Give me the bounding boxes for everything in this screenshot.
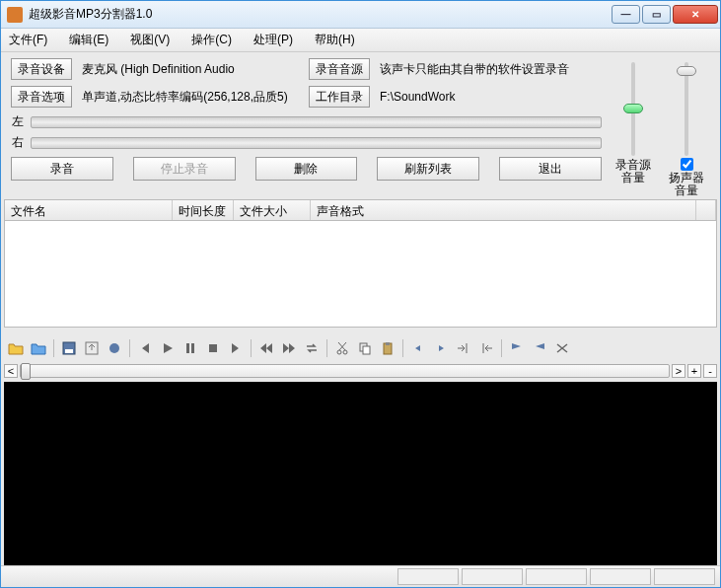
file-list-header: 文件名 时间长度 文件大小 声音格式 [4, 199, 717, 221]
status-cell-4 [590, 568, 651, 585]
menu-process[interactable]: 处理(P) [253, 32, 293, 48]
maximize-button[interactable]: ▭ [642, 5, 671, 24]
statusbar [1, 565, 720, 587]
stop-icon[interactable] [204, 339, 222, 357]
record-option-button[interactable]: 录音选项 [11, 86, 72, 108]
svg-rect-10 [363, 346, 370, 354]
menu-view[interactable]: 视图(V) [130, 32, 170, 48]
menu-edit[interactable]: 编辑(E) [69, 32, 108, 48]
status-cell-2 [462, 568, 523, 585]
speaker-volume-checkbox[interactable] [681, 158, 693, 171]
status-cell-1 [397, 568, 459, 585]
speaker-volume-slider[interactable]: 扬声器 音量 [665, 58, 708, 197]
video-preview [4, 382, 717, 565]
status-cell-3 [526, 568, 587, 585]
svg-rect-5 [191, 343, 194, 353]
svg-point-8 [343, 350, 347, 354]
flag-left-icon[interactable] [508, 339, 526, 357]
record-icon[interactable] [106, 339, 123, 357]
workdir-button[interactable]: 工作目录 [309, 86, 370, 108]
close-button[interactable]: ✕ [673, 5, 718, 24]
rewind-icon[interactable] [257, 339, 275, 357]
right-channel-label: 右 [11, 134, 25, 151]
next-icon[interactable] [227, 339, 245, 357]
copy-icon[interactable] [356, 339, 374, 357]
prev-icon[interactable] [136, 339, 154, 357]
record-volume-label: 录音源 音量 [615, 159, 651, 184]
col-duration[interactable]: 时间长度 [173, 200, 234, 220]
col-filesize[interactable]: 文件大小 [234, 200, 311, 220]
file-list[interactable] [4, 221, 717, 328]
seek-start-button[interactable]: < [4, 364, 18, 378]
delete-button[interactable]: 删除 [255, 157, 358, 181]
merge-right-icon[interactable] [477, 339, 495, 357]
record-source-button[interactable]: 录音音源 [309, 58, 370, 80]
col-format[interactable]: 声音格式 [311, 200, 696, 220]
repeat-icon[interactable] [303, 339, 321, 357]
content-area: 录音设备 麦克风 (High Definition Audio 录音音源 该声卡… [1, 52, 720, 587]
pause-icon[interactable] [181, 339, 199, 357]
titlebar: 超级影音MP3分割器1.0 — ▭ ✕ [1, 1, 720, 29]
app-icon [7, 7, 23, 23]
svg-point-3 [109, 343, 119, 353]
svg-rect-12 [386, 342, 390, 345]
menu-help[interactable]: 帮助(H) [315, 32, 355, 48]
forward-icon[interactable] [280, 339, 298, 357]
cut-icon[interactable] [333, 339, 351, 357]
flag-clear-icon[interactable] [553, 339, 571, 357]
minimize-button[interactable]: — [612, 5, 640, 24]
player-toolbar [4, 336, 717, 360]
play-icon[interactable] [159, 339, 177, 357]
folder-blue-icon[interactable] [30, 339, 47, 357]
record-device-value: 麦克风 (High Definition Audio [82, 61, 299, 78]
svg-rect-1 [65, 349, 73, 353]
open-icon[interactable] [7, 339, 25, 357]
window-title: 超级影音MP3分割器1.0 [29, 6, 612, 23]
speaker-volume-label: 扬声器 音量 [669, 172, 704, 197]
right-level-meter [31, 137, 602, 149]
marker-left-icon[interactable] [409, 339, 427, 357]
menu-action[interactable]: 操作(C) [191, 32, 232, 48]
workdir-value: F:\SoundWork [380, 90, 602, 104]
menu-file[interactable]: 文件(F) [9, 32, 47, 48]
flag-right-icon[interactable] [531, 339, 548, 357]
refresh-button[interactable]: 刷新列表 [377, 157, 479, 181]
seek-end-button[interactable]: > [672, 364, 685, 378]
left-level-meter [31, 116, 602, 128]
col-filename[interactable]: 文件名 [5, 200, 173, 220]
record-device-button[interactable]: 录音设备 [11, 58, 72, 80]
seek-bar[interactable] [20, 364, 670, 378]
record-option-value: 单声道,动态比特率编码(256,128,品质5) [82, 89, 299, 106]
zoom-out-button[interactable]: - [703, 364, 717, 378]
app-window: 超级影音MP3分割器1.0 — ▭ ✕ 文件(F) 编辑(E) 视图(V) 操作… [0, 0, 721, 588]
zoom-in-button[interactable]: + [687, 364, 701, 378]
col-spacer [696, 200, 716, 220]
exit-button[interactable]: 退出 [499, 157, 602, 181]
record-source-value: 该声卡只能由其自带的软件设置录音 [380, 61, 602, 78]
status-cell-5 [654, 568, 715, 585]
merge-left-icon[interactable] [455, 339, 472, 357]
svg-rect-6 [209, 344, 217, 352]
menubar: 文件(F) 编辑(E) 视图(V) 操作(C) 处理(P) 帮助(H) [1, 29, 720, 52]
paste-icon[interactable] [379, 339, 397, 357]
export-icon[interactable] [83, 339, 101, 357]
svg-rect-4 [186, 343, 189, 353]
stop-record-button[interactable]: 停止录音 [133, 157, 236, 181]
record-volume-slider[interactable]: 录音源 音量 [612, 58, 655, 184]
save-icon[interactable] [60, 339, 78, 357]
marker-right-icon[interactable] [432, 339, 450, 357]
record-button[interactable]: 录音 [11, 157, 113, 181]
left-channel-label: 左 [11, 113, 25, 130]
svg-point-7 [337, 350, 341, 354]
